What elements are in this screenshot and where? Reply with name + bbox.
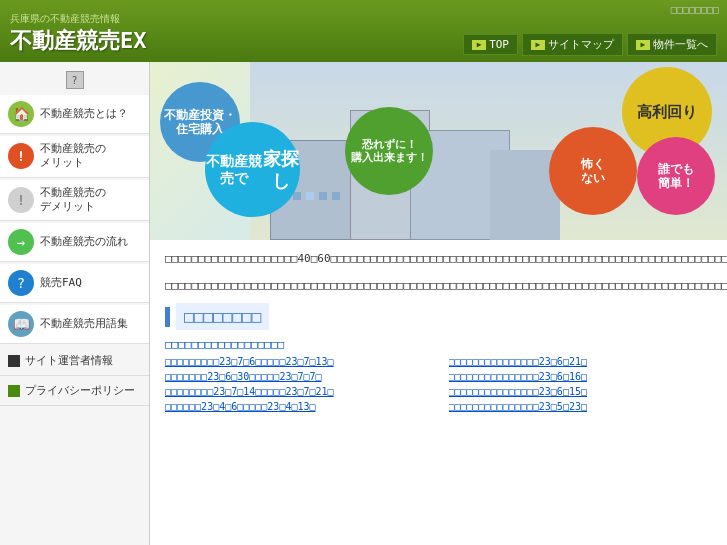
- sidebar-help: ?: [0, 67, 149, 93]
- main-content: 不動産投資・住宅購入 不動産競売で家探し 恐れずに！購入出来ます！ 高利回り 怖…: [150, 62, 727, 545]
- property-icon: ▶: [636, 40, 650, 50]
- sidebar-glossary-icon: 📖: [8, 311, 34, 337]
- news-section: □□□□□□□□ □□□□□□□□□□□□□□□□□□ □□□□□□□□□23□…: [165, 303, 712, 413]
- content-area: □□□□□□□□□□□□□□□□□□□□40□60□□□□□□□□□□□□□□□…: [150, 240, 727, 545]
- bubble-house[interactable]: 不動産競売で家探し: [205, 122, 300, 217]
- sidebar: ? 🏠 不動産競売とは？ ! 不動産競売のメリット ! 不動産競売のデメリット …: [0, 62, 150, 545]
- sitemap-icon: ▶: [531, 40, 545, 50]
- content-paragraph-1: □□□□□□□□□□□□□□□□□□□□40□60□□□□□□□□□□□□□□□…: [165, 250, 712, 269]
- sidebar-demerit-icon: !: [8, 187, 34, 213]
- help-icon[interactable]: ?: [66, 71, 84, 89]
- sidebar-item-glossary[interactable]: 📖 不動産競売用語集: [0, 305, 149, 344]
- top-button[interactable]: ▶ TOP: [463, 34, 518, 55]
- news-category: □□□□□□□□□□□□□□□□□□: [165, 338, 712, 351]
- news-title: □□□□□□□□: [176, 303, 269, 330]
- news-link-2[interactable]: □□□□□□□23□6□30□□□□□23□7□7□: [165, 370, 429, 383]
- content-paragraph-2: □□□□□□□□□□□□□□□□□□□□□□□□□□□□□□□□□□□□□□□□…: [165, 277, 712, 296]
- header-subtitle: 兵庫県の不動産競売情報: [10, 12, 147, 26]
- news-link-7[interactable]: □□□□□□□□□□□□□□□23□5□23□: [449, 400, 713, 413]
- sidebar-label-demerit: 不動産競売のデメリット: [40, 186, 106, 215]
- sidebar-item-flow[interactable]: → 不動産競売の流れ: [0, 223, 149, 262]
- sidebar-label-glossary: 不動産競売用語集: [40, 317, 128, 331]
- sidebar-flow-icon: →: [8, 229, 34, 255]
- header-nav: ▶ TOP ▶ サイトマップ ▶ 物件一覧へ: [463, 33, 717, 56]
- top-icon: ▶: [472, 40, 486, 50]
- main-layout: ? 🏠 不動産競売とは？ ! 不動産競売のメリット ! 不動産競売のデメリット …: [0, 62, 727, 545]
- banner: 不動産投資・住宅購入 不動産競売で家探し 恐れずに！購入出来ます！ 高利回り 怖…: [150, 62, 727, 240]
- news-header: □□□□□□□□: [165, 303, 712, 330]
- sidebar-item-whatis[interactable]: 🏠 不動産競売とは？: [0, 95, 149, 134]
- news-link-1[interactable]: □□□□□□□□□□□□□□□23□6□21□: [449, 355, 713, 368]
- news-grid: □□□□□□□□□23□7□6□□□□□23□7□13□□□□□□□□□□□□□…: [165, 355, 712, 413]
- sidebar-label-flow: 不動産競売の流れ: [40, 235, 128, 249]
- sidebar-item-faq[interactable]: ? 競売FAQ: [0, 264, 149, 303]
- property-list-button[interactable]: ▶ 物件一覧へ: [627, 33, 717, 56]
- header-left: 兵庫県の不動産競売情報 不動産競売EX: [10, 12, 147, 56]
- sitemap-button[interactable]: ▶ サイトマップ: [522, 33, 623, 56]
- sidebar-item-demerit[interactable]: ! 不動産競売のデメリット: [0, 180, 149, 222]
- bubble-anyone[interactable]: 誰でも簡単！: [637, 137, 715, 215]
- header: 兵庫県の不動産競売情報 不動産競売EX ▶ TOP ▶ サイトマップ ▶ 物件一…: [0, 0, 727, 62]
- sidebar-sq-green-icon: [8, 385, 20, 397]
- news-link-3[interactable]: □□□□□□□□□□□□□□□23□6□16□: [449, 370, 713, 383]
- sidebar-house-icon: 🏠: [8, 101, 34, 127]
- sidebar-label-faq: 競売FAQ: [40, 276, 82, 290]
- header-corner-text: □□□□□□□□: [671, 4, 719, 15]
- news-link-5[interactable]: □□□□□□□□□□□□□□□23□6□15□: [449, 385, 713, 398]
- sidebar-label-merit: 不動産競売のメリット: [40, 142, 106, 171]
- sidebar-item-privacy[interactable]: プライバシーポリシー: [0, 376, 149, 406]
- sidebar-label-whatis: 不動産競売とは？: [40, 107, 128, 121]
- bubble-scary[interactable]: 怖くない: [549, 127, 637, 215]
- bubble-buy[interactable]: 恐れずに！購入出来ます！: [345, 107, 433, 195]
- news-link-6[interactable]: □□□□□□23□4□6□□□□□23□4□13□: [165, 400, 429, 413]
- sidebar-faq-icon: ?: [8, 270, 34, 296]
- sidebar-item-merit[interactable]: ! 不動産競売のメリット: [0, 136, 149, 178]
- sidebar-sq-icon: [8, 355, 20, 367]
- header-title: 不動産競売EX: [10, 26, 147, 56]
- sidebar-item-site-info[interactable]: サイト運営者情報: [0, 346, 149, 376]
- news-bar-icon: [165, 307, 170, 327]
- news-link-4[interactable]: □□□□□□□□23□7□14□□□□□23□7□21□: [165, 385, 429, 398]
- sidebar-merit-icon: !: [8, 143, 34, 169]
- news-link-0[interactable]: □□□□□□□□□23□7□6□□□□□23□7□13□: [165, 355, 429, 368]
